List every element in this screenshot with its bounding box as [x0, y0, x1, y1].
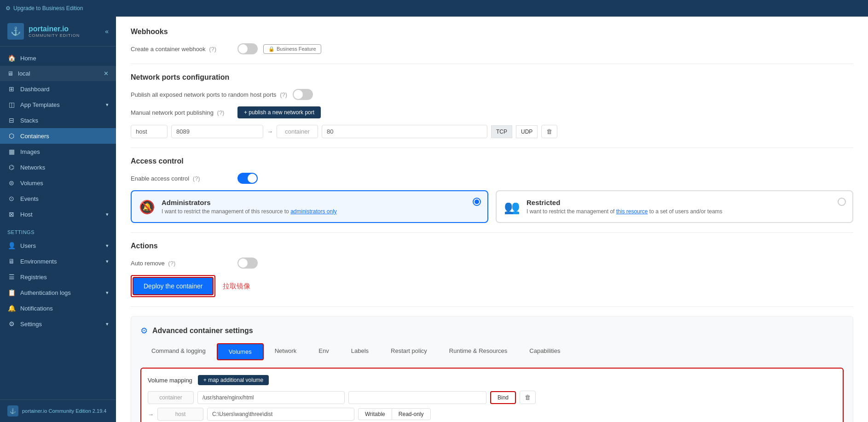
advanced-title: Advanced container settings — [152, 327, 253, 335]
sidebar-env-close[interactable]: ✕ — [104, 70, 109, 77]
deploy-container-button[interactable]: Deploy the container — [133, 277, 214, 295]
advanced-tabs: Command & logging Volumes Network Env La… — [140, 343, 844, 360]
sidebar-env-header[interactable]: 🖥 local ✕ — [0, 66, 116, 81]
vol-container-path-1[interactable] — [197, 391, 345, 404]
sidebar-item-users[interactable]: 👤 Users ▾ — [0, 238, 116, 253]
sidebar-item-notifications[interactable]: 🔔 Notifications — [0, 300, 116, 316]
sidebar-collapse-button[interactable]: « — [105, 28, 109, 35]
enable-access-label: Enable access control (?) — [131, 175, 232, 182]
vol-delete-button-1[interactable]: 🗑 — [520, 391, 536, 404]
sidebar-item-home-label: Home — [20, 55, 36, 62]
sidebar-footer: ⚓ portainer.io Community Edition 2.19.4 — [0, 399, 116, 422]
actions-title: Actions — [131, 242, 853, 250]
sidebar-item-home[interactable]: 🏠 Home — [0, 50, 116, 66]
webhook-create-label: Create a container webhook (?) — [131, 46, 232, 53]
sidebar-item-networks[interactable]: ⌬ Networks — [0, 159, 116, 175]
port-container-label — [277, 125, 318, 138]
business-feature-badge: 🔒 Business Feature — [263, 44, 321, 54]
enable-access-toggle[interactable] — [237, 173, 258, 184]
protocol-tcp-button[interactable]: TCP — [491, 125, 512, 138]
access-control-section: Access control Enable access control (?)… — [131, 157, 853, 223]
vol-bind-button-1[interactable]: Bind — [490, 391, 516, 404]
sidebar-item-registries[interactable]: ☰ Registries — [0, 269, 116, 285]
sidebar-env-name: local — [18, 70, 30, 77]
restricted-link[interactable]: this resource — [616, 208, 648, 215]
protocol-udp-button[interactable]: UDP — [516, 125, 538, 138]
webhooks-title: Webhooks — [131, 28, 853, 36]
sidebar-item-containers[interactable]: ⬡ Containers — [0, 128, 116, 144]
footer-logo-icon: ⚓ — [7, 405, 18, 416]
sidebar-item-stacks[interactable]: ⊟ Stacks — [0, 112, 116, 128]
network-ports-title: Network ports configuration — [131, 73, 853, 82]
portainer-logo-text: portainer.io COMMUNITY EDITION — [29, 25, 80, 38]
enable-access-help-icon[interactable]: (?) — [193, 175, 200, 182]
sidebar-item-host[interactable]: ⊠ Host ▾ — [0, 206, 116, 222]
webhook-toggle[interactable] — [237, 43, 258, 54]
sidebar-item-networks-label: Networks — [20, 164, 45, 171]
chevron-environments-icon: ▾ — [106, 258, 109, 264]
divider-2 — [131, 147, 853, 148]
tab-capabilities[interactable]: Capabilities — [518, 343, 571, 360]
sidebar-item-images[interactable]: ▦ Images — [0, 144, 116, 159]
advanced-section: ⚙ Advanced container settings Command & … — [131, 316, 853, 422]
chevron-users-icon: ▾ — [106, 243, 109, 249]
volume-mapping-header: Volume mapping + map additional volume — [148, 375, 836, 385]
vol-readonly-button[interactable]: Read-only — [392, 408, 431, 420]
restricted-radio[interactable] — [838, 198, 846, 206]
vol-row2-arrow: → — [148, 411, 154, 418]
sidebar-item-environments[interactable]: 🖥 Environments ▾ — [0, 253, 116, 269]
restricted-card-title: Restricted — [527, 199, 723, 206]
tab-runtime-resources[interactable]: Runtime & Resources — [438, 343, 518, 360]
stacks-icon: ⊟ — [7, 117, 16, 124]
sidebar-item-settings[interactable]: ⚙ Settings ▾ — [0, 316, 116, 332]
manual-port-help-icon[interactable]: (?) — [217, 109, 225, 116]
main-content: Webhooks Create a container webhook (?) … — [116, 17, 868, 422]
volume-row-1: Bind 🗑 — [148, 391, 836, 404]
tab-restart-policy[interactable]: Restart policy — [380, 343, 438, 360]
sidebar-item-volumes[interactable]: ⊜ Volumes — [0, 175, 116, 191]
toggle-thumb — [238, 258, 248, 268]
vol-host-path-1[interactable] — [348, 391, 486, 404]
access-card-administrators[interactable]: 🔕 Administrators I want to restrict the … — [131, 190, 488, 223]
tab-volumes[interactable]: Volumes — [217, 343, 264, 360]
administrators-radio[interactable] — [473, 198, 481, 206]
volume-mapping-section: Volume mapping + map additional volume B… — [140, 368, 844, 422]
upgrade-banner[interactable]: ⚙ Upgrade to Business Edition — [0, 0, 868, 17]
manual-port-row: Manual network port publishing (?) + pub… — [131, 106, 853, 118]
tab-env[interactable]: Env — [307, 343, 340, 360]
users-icon: 👤 — [7, 242, 16, 249]
volumes-icon: ⊜ — [7, 179, 16, 187]
port-delete-button[interactable]: 🗑 — [541, 125, 557, 138]
tab-command-logging[interactable]: Command & logging — [140, 343, 217, 360]
tab-network[interactable]: Network — [264, 343, 308, 360]
webhook-help-icon[interactable]: (?) — [209, 46, 216, 53]
divider-1 — [131, 64, 853, 64]
sidebar-item-registries-label: Registries — [20, 274, 47, 281]
port-container-value-input[interactable] — [322, 125, 487, 138]
administrators-link[interactable]: administrators only — [290, 208, 337, 215]
publish-ports-help-icon[interactable]: (?) — [280, 91, 287, 98]
sidebar-item-app-templates[interactable]: ◫ App Templates ▾ — [0, 97, 116, 112]
publish-ports-label: Publish all exposed network ports to ran… — [131, 91, 287, 98]
vol-host-path-2[interactable] — [207, 408, 354, 421]
enable-access-row: Enable access control (?) — [131, 173, 853, 184]
auto-remove-help-icon[interactable]: (?) — [168, 260, 175, 267]
publish-ports-toggle[interactable] — [293, 89, 313, 100]
restricted-card-content: Restricted I want to restrict the manage… — [527, 199, 723, 215]
upgrade-icon: ⚙ — [6, 5, 11, 12]
port-host-value-input[interactable] — [171, 125, 263, 138]
app-templates-icon: ◫ — [7, 101, 16, 108]
sidebar-item-dashboard-label: Dashboard — [20, 86, 50, 93]
sidebar-item-auth-logs[interactable]: 📋 Authentication logs ▾ — [0, 285, 116, 300]
restricted-card-desc: I want to restrict the management of thi… — [527, 208, 723, 215]
vol-writable-button[interactable]: Writable — [358, 408, 392, 420]
publish-port-button[interactable]: + publish a new network port — [237, 106, 321, 118]
map-additional-volume-button[interactable]: + map additional volume — [198, 375, 269, 385]
portainer-logo-icon: ⚓ — [7, 23, 24, 40]
sidebar-item-dashboard[interactable]: ⊞ Dashboard — [0, 81, 116, 97]
access-card-restricted[interactable]: 👥 Restricted I want to restrict the mana… — [496, 190, 853, 223]
tab-labels[interactable]: Labels — [340, 343, 380, 360]
sidebar-footer-text: portainer.io Community Edition 2.19.4 — [22, 408, 106, 414]
sidebar-item-events[interactable]: ⊙ Events — [0, 191, 116, 206]
auto-remove-toggle[interactable] — [237, 258, 258, 269]
